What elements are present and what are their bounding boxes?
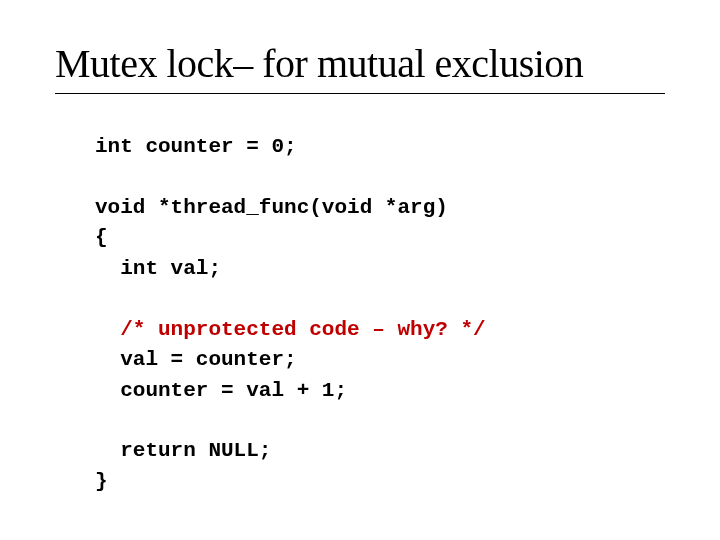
code-block: int counter = 0; void *thread_func(void … — [55, 132, 665, 497]
code-line: int val; — [95, 257, 221, 280]
code-comment: /* unprotected code – why? */ — [95, 318, 486, 341]
code-line: void *thread_func(void *arg) — [95, 196, 448, 219]
code-line: int counter = 0; — [95, 135, 297, 158]
code-line: val = counter; — [95, 348, 297, 371]
code-line: } — [95, 470, 108, 493]
slide-title: Mutex lock– for mutual exclusion — [55, 40, 665, 87]
slide-container: Mutex lock– for mutual exclusion int cou… — [0, 0, 720, 497]
code-line: return NULL; — [95, 439, 271, 462]
title-underline — [55, 93, 665, 94]
code-line: { — [95, 226, 108, 249]
code-line: counter = val + 1; — [95, 379, 347, 402]
